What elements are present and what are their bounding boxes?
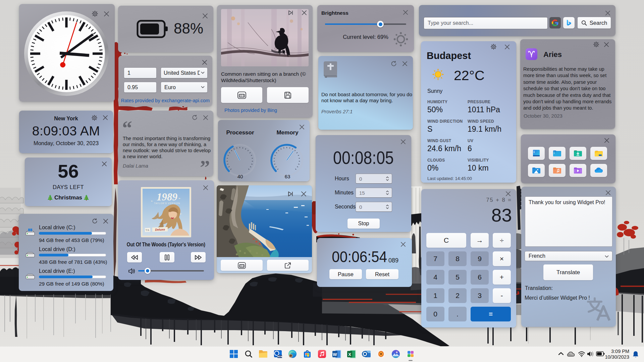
svg-text:X: X — [348, 352, 351, 357]
svg-text:Deluxe: Deluxe — [155, 228, 165, 231]
svg-text:T.S.: T.S. — [146, 229, 150, 231]
svg-text:1989: 1989 — [157, 191, 177, 203]
svg-text:TAYLOR'S VERSION: TAYLOR'S VERSION — [154, 202, 180, 204]
svg-text:NEW: NEW — [277, 355, 282, 358]
svg-text:W: W — [333, 352, 337, 357]
